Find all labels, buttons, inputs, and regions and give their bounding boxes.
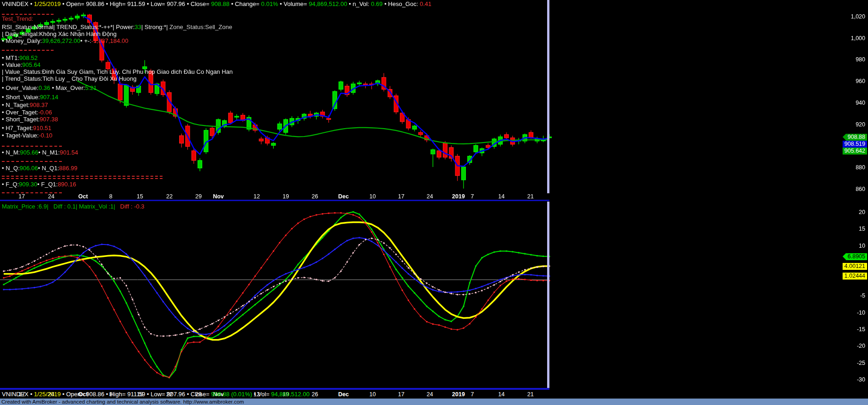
axis-label: 24 xyxy=(427,391,433,398)
axis-label: 980 xyxy=(856,56,865,63)
axis-value-marker: 4.00121 xyxy=(843,263,867,270)
axis-label: 2019 xyxy=(452,391,465,398)
status-bar: Created with AmiBroker - advanced charti… xyxy=(0,399,868,405)
axis-label: 26 xyxy=(312,391,318,398)
text-segment: 1/25/2019 xyxy=(34,391,62,398)
axis-label: 20 xyxy=(859,209,865,215)
axis-label: 17 xyxy=(398,391,404,398)
axis-label: 29 xyxy=(195,193,202,200)
info-line: • MT1:908.52 xyxy=(2,54,38,61)
dashed-divider xyxy=(2,192,62,193)
info-line: • Value:905.64 xyxy=(2,61,41,68)
axis-label: 14 xyxy=(498,391,505,398)
axis-value-marker: 905.642 xyxy=(843,148,867,155)
info-line: • Short_Taget:907.38 xyxy=(2,116,58,123)
text-segment: Diff : 0.1| xyxy=(48,203,77,210)
dashed-divider xyxy=(2,146,62,147)
matrix-indicator-canvas[interactable] xyxy=(0,202,868,388)
dashed-divider xyxy=(2,176,163,179)
text-segment: 0.01% xyxy=(261,0,280,7)
axis-label: 880 xyxy=(856,164,865,171)
text-segment: • xyxy=(30,0,34,7)
info-line: • F_Q:909.30• F_Q1:890.16 xyxy=(2,181,76,188)
info-line: • H7_Taget:910.51 xyxy=(2,125,51,131)
pane2-title: Matrix_Price :6.9| Diff : 0.1| Matrix_Vo… xyxy=(2,203,145,210)
axis-label: 14 xyxy=(498,193,505,200)
axis-label: -25 xyxy=(857,360,865,366)
info-line: RSI_Status:Normal| TREND_Status:*-++*| P… xyxy=(2,24,232,30)
axis-value-marker: 1.02444 xyxy=(843,273,867,280)
text-segment: 0.69 xyxy=(371,0,384,7)
text-segment: Diff : -0.3 xyxy=(115,203,144,210)
info-line: • Short_Value:907.14 xyxy=(2,94,58,101)
axis-label: 7 xyxy=(471,391,474,398)
dashed-divider xyxy=(2,161,62,162)
pane1-title: VNINDEX • 1/25/2019 • Open= 908.86 • Hig… xyxy=(2,0,432,7)
axis-label: 960 xyxy=(856,78,865,84)
pane3-clipped-strip: 1724Oct8152229Nov121926Dec10172420197142… xyxy=(0,390,868,399)
info-line: | Daily_singal:Không Xác Nhận Hành Động xyxy=(2,30,116,37)
axis-label: 21 xyxy=(527,391,534,398)
axis-label: 24 xyxy=(427,193,433,200)
axis-label: 1,020 xyxy=(851,13,865,20)
text-segment: 908.88 xyxy=(211,0,231,7)
text-segment: • Vol= xyxy=(254,391,271,398)
info-line: • Money_Daily:39,626,272.00• +-:-1,837,1… xyxy=(2,37,128,44)
text-segment: VNINDEX xyxy=(2,0,30,7)
info-line: | Trend_Status:Tich Luy _ Cho Thay Đôi X… xyxy=(2,75,137,82)
amibroker-window: VNINDEX • 1/25/2019 • Open= 908.86 • Hig… xyxy=(0,0,868,405)
text-segment: 908.88 xyxy=(211,391,231,398)
text-segment: Matrix_Vol :1| xyxy=(77,203,115,210)
text-segment: • Heso_Goc: xyxy=(384,0,420,7)
text-segment: 94,869,512.00 xyxy=(271,391,309,398)
axis-label: 7 xyxy=(471,193,474,200)
text-segment: 0.41 xyxy=(420,0,431,7)
axis-label: 24 xyxy=(48,193,54,200)
text-segment: VNINDEX xyxy=(2,391,30,398)
axis-label: 19 xyxy=(283,193,289,200)
axis-label: 8 xyxy=(109,193,113,200)
pane-separator[interactable] xyxy=(0,200,549,201)
axis-label: 12 xyxy=(253,193,260,200)
axis-label: Dec xyxy=(338,193,349,200)
axis-label: 860 xyxy=(856,186,865,192)
axis-label: 10 xyxy=(369,193,376,200)
selection-cursor-line-bottom[interactable] xyxy=(547,202,549,390)
axis-label: 10 xyxy=(859,243,865,249)
axis-label: 17 xyxy=(398,193,404,200)
info-line: • N_M:905.66• N_M1:901.54 xyxy=(2,149,78,156)
info-line: • Over_Taget:-0.06 xyxy=(2,109,52,116)
axis-label: Dec xyxy=(338,391,349,398)
axis-label: 15 xyxy=(137,193,143,200)
selection-cursor-line-top[interactable] xyxy=(547,0,549,193)
info-line: • N_Taget:908.37 xyxy=(2,101,48,108)
text-segment: Matrix_Price :6.9| xyxy=(2,203,48,210)
axis-label: 26 xyxy=(312,193,318,200)
text-segment: 1/25/2019 xyxy=(34,0,62,7)
text-segment: (0.01%) xyxy=(231,391,254,398)
axis-label: 17 xyxy=(18,193,25,200)
text-segment: • Volume= xyxy=(280,0,309,7)
axis-label: 22 xyxy=(166,193,173,200)
info-line: • Over_Value:0.36 • Max_Over:5.21 xyxy=(2,84,96,91)
axis-label: 1,000 xyxy=(851,35,865,42)
axis-value-marker: 908.519 xyxy=(843,141,867,148)
axis-label: Oct xyxy=(78,193,88,200)
axis-label: Nov xyxy=(213,193,224,200)
axis-label: -30 xyxy=(857,376,865,383)
info-line: • N_Q:906.06• N_Q1:886.99 xyxy=(2,165,78,172)
axis-label: 920 xyxy=(856,121,865,128)
dashed-divider xyxy=(2,50,54,51)
text-segment: 94,869,512.00 xyxy=(309,0,349,7)
text-segment: • n_Vol: xyxy=(349,0,371,7)
axis-label: 2019 xyxy=(452,193,465,200)
info-line: | Value_Status:Đinh Gia Suy Giam, Tich L… xyxy=(2,68,233,75)
axis-label: 10 xyxy=(369,391,376,398)
text-segment: • xyxy=(30,391,34,398)
text-segment: • Change= xyxy=(231,0,261,7)
text-segment: • Open= 908.86 • High= 911.59 • Low= 907… xyxy=(62,0,211,7)
info-line: • Taget-Value:-0.10 xyxy=(2,132,53,139)
axis-label: 15 xyxy=(859,226,865,232)
info-line: Test_Trend: xyxy=(2,15,33,22)
text-segment: • Open= 908.86 • High= 911.59 • Low= 907… xyxy=(62,391,211,398)
